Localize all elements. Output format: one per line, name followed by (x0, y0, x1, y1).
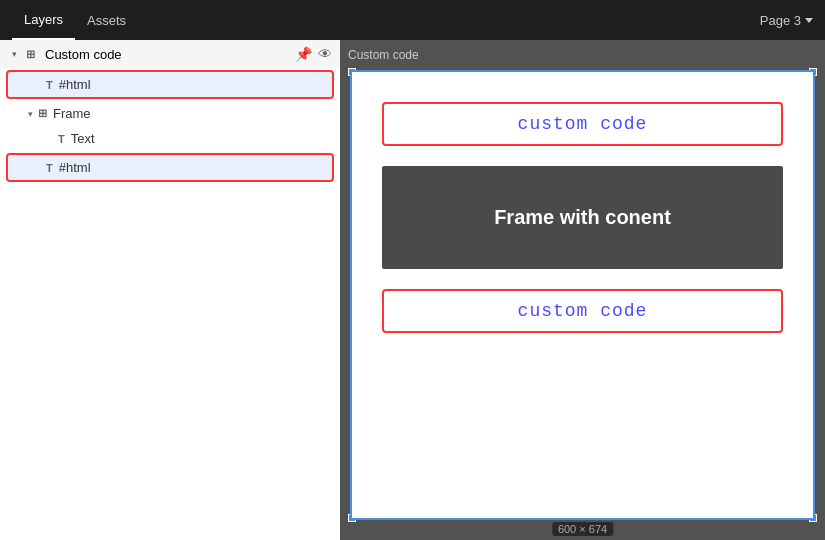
grid-icon: ⊞ (26, 48, 35, 61)
expand-arrow-icon: ▾ (8, 48, 20, 60)
custom-code-box-bottom: custom code (382, 289, 783, 333)
layer-html-bottom[interactable]: ▸ T #html (6, 153, 334, 182)
page-selector[interactable]: Page 3 (760, 13, 813, 28)
main-layout: ▾ ⊞ Custom code 📌 👁 ▸ T #html ▾ ⊞ Frame … (0, 40, 825, 540)
canvas-area: Custom code custom code Frame with conen… (340, 40, 825, 540)
text-type-icon-3: T (46, 162, 53, 174)
tab-assets[interactable]: Assets (75, 0, 138, 40)
tab-assets-label: Assets (87, 13, 126, 28)
top-bar: Layers Assets Page 3 (0, 0, 825, 40)
layer-action-icons: 📌 👁 (295, 46, 332, 62)
pin-icon[interactable]: 📌 (295, 46, 312, 62)
layer-frame-label: Frame (53, 106, 91, 121)
layer-custom-code-left: ▾ ⊞ Custom code (8, 47, 122, 62)
layer-custom-code-label: Custom code (45, 47, 122, 62)
expand-frame-icon: ▾ (24, 108, 36, 120)
text-type-icon-1: T (46, 79, 53, 91)
canvas-size-label: 600 × 674 (552, 522, 613, 536)
dark-frame-text: Frame with conent (494, 206, 671, 229)
custom-code-text-bottom: custom code (518, 301, 648, 321)
custom-code-text-top: custom code (518, 114, 648, 134)
tab-layers-label: Layers (24, 12, 63, 27)
text-type-icon-2: T (58, 133, 65, 145)
eye-icon[interactable]: 👁 (318, 46, 332, 62)
layer-html-top-label: #html (59, 77, 91, 92)
frame-content: custom code Frame with conent custom cod… (352, 72, 813, 353)
tab-bar: Layers Assets (12, 0, 138, 40)
sidebar: ▾ ⊞ Custom code 📌 👁 ▸ T #html ▾ ⊞ Frame … (0, 40, 340, 540)
canvas-label: Custom code (348, 48, 419, 62)
canvas-frame: custom code Frame with conent custom cod… (350, 70, 815, 520)
layer-html-top[interactable]: ▸ T #html (6, 70, 334, 99)
custom-code-box-top: custom code (382, 102, 783, 146)
tab-layers[interactable]: Layers (12, 0, 75, 40)
dark-frame: Frame with conent (382, 166, 783, 269)
layer-html-bottom-label: #html (59, 160, 91, 175)
layer-custom-code-root[interactable]: ▾ ⊞ Custom code 📌 👁 (0, 40, 340, 68)
page-selector-label: Page 3 (760, 13, 801, 28)
layer-text-label: Text (71, 131, 95, 146)
layer-frame[interactable]: ▾ ⊞ Frame (0, 101, 340, 126)
frame-grid-icon: ⊞ (38, 107, 47, 120)
layer-text[interactable]: ▸ T Text (0, 126, 340, 151)
chevron-down-icon (805, 18, 813, 23)
